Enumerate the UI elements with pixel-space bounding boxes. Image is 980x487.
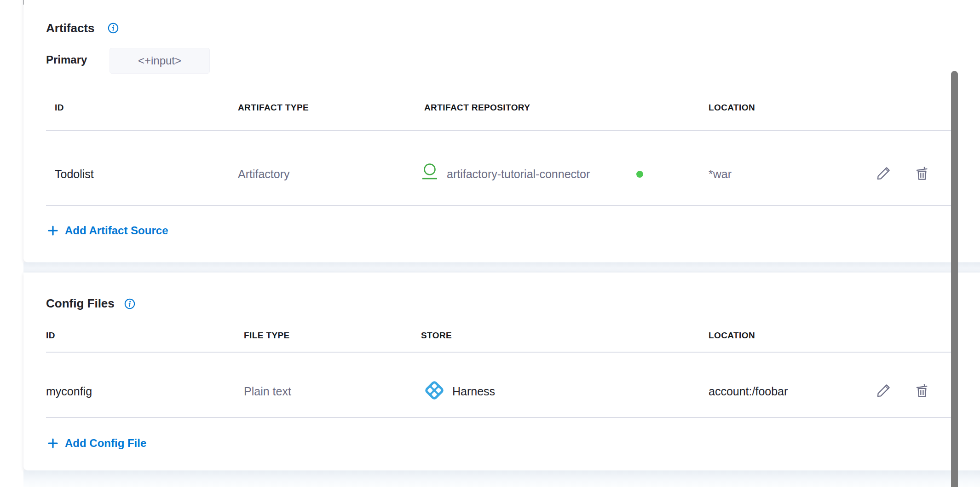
- plus-icon: [47, 438, 58, 449]
- artifact-id-cell: Todolist: [55, 168, 94, 181]
- column-header-id: ID: [46, 330, 55, 341]
- connector-status-dot: [636, 171, 643, 178]
- harness-logo-icon: [424, 380, 444, 400]
- edit-button[interactable]: [875, 165, 892, 182]
- vertical-scrollbar-thumb[interactable]: [951, 71, 958, 487]
- artifact-type-cell: Artifactory: [238, 168, 290, 181]
- delete-button[interactable]: [914, 165, 930, 182]
- config-location-cell: account:/foobar: [709, 385, 788, 398]
- config-file-type-cell: Plain text: [244, 385, 291, 398]
- config-store-cell: Harness: [452, 385, 495, 398]
- section-gap: [23, 262, 980, 272]
- page: Artifacts Primary <+input> ID ARTIFACT T…: [0, 0, 980, 487]
- edit-button[interactable]: [875, 383, 892, 399]
- column-header-location: LOCATION: [709, 103, 755, 113]
- info-icon[interactable]: [108, 23, 119, 34]
- column-header-store: STORE: [421, 330, 452, 341]
- config-files-section: Config Files ID FILE TYPE STORE LOCATION…: [23, 272, 980, 470]
- config-id-cell: myconfig: [46, 385, 92, 398]
- config-files-title: Config Files: [46, 296, 115, 311]
- artifacts-title: Artifacts: [46, 21, 94, 35]
- primary-input-chip[interactable]: <+input>: [110, 48, 210, 74]
- column-header-id: ID: [55, 103, 64, 113]
- plus-icon: [47, 225, 58, 236]
- divider: [46, 417, 956, 418]
- artifacts-section: Artifacts Primary <+input> ID ARTIFACT T…: [23, 0, 980, 262]
- delete-button[interactable]: [914, 383, 930, 399]
- column-header-location: LOCATION: [709, 330, 755, 341]
- column-header-file-type: FILE TYPE: [244, 330, 290, 341]
- column-header-artifact-repository: ARTIFACT REPOSITORY: [424, 103, 530, 113]
- primary-label: Primary: [46, 53, 87, 66]
- artifact-repository-cell: artifactory-tutorial-connector: [447, 168, 590, 181]
- divider: [46, 352, 956, 353]
- divider: [46, 205, 956, 206]
- page-background-strip: [23, 470, 980, 487]
- add-config-file-label: Add Config File: [65, 437, 146, 450]
- artifactory-icon: [422, 163, 441, 185]
- column-header-artifact-type: ARTIFACT TYPE: [238, 103, 309, 113]
- add-artifact-source-label: Add Artifact Source: [65, 224, 168, 237]
- add-artifact-source-button[interactable]: Add Artifact Source: [47, 224, 168, 237]
- info-icon[interactable]: [124, 298, 135, 309]
- artifact-location-cell: *war: [709, 168, 732, 181]
- divider: [46, 130, 956, 131]
- add-config-file-button[interactable]: Add Config File: [47, 437, 146, 450]
